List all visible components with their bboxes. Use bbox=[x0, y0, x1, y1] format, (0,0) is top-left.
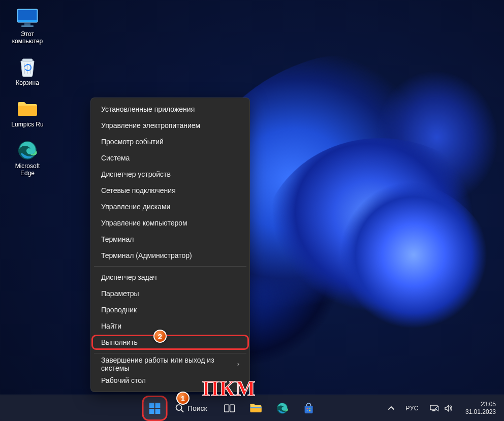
menu-item-label: Сетевые подключения bbox=[101, 186, 176, 195]
clock-date: 31.01.2023 bbox=[465, 408, 496, 416]
menu-item-label: Терминал bbox=[101, 235, 134, 243]
desktop-icon-label: Microsoft Edge bbox=[15, 163, 40, 177]
menu-item-file-explorer[interactable]: Проводник bbox=[91, 302, 249, 318]
annotation-badge-1: 1 bbox=[176, 392, 190, 405]
menu-item-label: Найти bbox=[101, 322, 121, 330]
menu-item-label: Проводник bbox=[101, 306, 137, 314]
language-indicator[interactable]: РУС bbox=[402, 403, 422, 414]
svg-rect-4 bbox=[22, 59, 33, 61]
menu-item-power-options[interactable]: Управление электропитанием bbox=[91, 117, 249, 134]
svg-rect-7 bbox=[155, 403, 161, 408]
menu-item-label: Управление компьютером bbox=[101, 219, 187, 227]
svg-rect-13 bbox=[230, 405, 235, 412]
svg-rect-15 bbox=[250, 407, 262, 408]
taskbar-microsoft-store[interactable] bbox=[298, 397, 320, 419]
svg-rect-2 bbox=[24, 23, 30, 25]
menu-item-device-manager[interactable]: Диспетчер устройств bbox=[91, 166, 249, 182]
svg-rect-22 bbox=[432, 410, 435, 411]
svg-rect-19 bbox=[307, 410, 308, 411]
store-icon bbox=[303, 402, 315, 414]
menu-item-system[interactable]: Система bbox=[91, 150, 249, 166]
menu-item-search[interactable]: Найти bbox=[91, 318, 249, 334]
svg-rect-6 bbox=[149, 403, 154, 408]
annotation-rmb-label: ПКМ bbox=[202, 376, 256, 401]
menu-item-label: Система bbox=[101, 154, 130, 162]
menu-item-label: Просмотр событий bbox=[101, 138, 164, 146]
monitor-icon bbox=[16, 8, 39, 28]
menu-item-installed-apps[interactable]: Установленные приложения bbox=[91, 101, 249, 117]
menu-item-label: Параметры bbox=[101, 289, 139, 298]
folder-icon bbox=[249, 403, 263, 414]
taskbar-edge[interactable] bbox=[271, 397, 294, 419]
svg-rect-9 bbox=[155, 409, 161, 414]
menu-item-label: Управление дисками bbox=[101, 203, 170, 211]
desktop-icon-label: Lumpics Ru bbox=[11, 121, 43, 128]
tray-network-volume[interactable] bbox=[425, 402, 458, 414]
svg-rect-1 bbox=[18, 10, 37, 20]
menu-separator bbox=[94, 266, 246, 267]
taskbar-search-label: Поиск bbox=[187, 404, 207, 412]
svg-rect-20 bbox=[309, 410, 310, 411]
svg-rect-3 bbox=[21, 25, 34, 27]
desktop-icons-area: Этот компьютер Корзина Lumpics Ru Micros… bbox=[7, 6, 48, 179]
desktop-icon-folder-lumpics[interactable]: Lumpics Ru bbox=[7, 96, 48, 130]
menu-item-label: Завершение работы или выход из системы bbox=[101, 356, 237, 372]
desktop-icon-edge[interactable]: Microsoft Edge bbox=[7, 138, 48, 179]
menu-item-label: Диспетчер задач bbox=[101, 273, 157, 281]
taskbar-system-tray: РУС 23:05 31.01.2023 bbox=[383, 395, 500, 422]
svg-rect-12 bbox=[225, 405, 229, 412]
svg-rect-8 bbox=[149, 409, 154, 414]
menu-item-label: Выполнить bbox=[101, 338, 138, 346]
menu-item-network-connections[interactable]: Сетевые подключения bbox=[91, 182, 249, 199]
menu-item-terminal[interactable]: Терминал bbox=[91, 231, 249, 247]
menu-item-task-manager[interactable]: Диспетчер задач bbox=[91, 269, 249, 285]
start-button[interactable] bbox=[144, 397, 166, 419]
desktop-icon-label: Корзина bbox=[16, 79, 39, 86]
svg-rect-17 bbox=[307, 408, 308, 409]
menu-item-label: Терминал (Администратор) bbox=[101, 251, 192, 260]
svg-rect-18 bbox=[309, 408, 310, 409]
desktop-wallpaper bbox=[0, 0, 504, 421]
menu-separator bbox=[94, 353, 246, 353]
menu-item-label: Диспетчер устройств bbox=[101, 170, 171, 178]
task-view-icon bbox=[224, 403, 235, 413]
menu-item-label: Управление электропитанием bbox=[101, 121, 200, 129]
tray-overflow-button[interactable] bbox=[383, 400, 399, 416]
svg-point-10 bbox=[176, 405, 182, 410]
start-context-menu: Установленные приложения Управление элек… bbox=[90, 98, 250, 392]
edge-icon bbox=[276, 402, 289, 414]
annotation-badge-2: 2 bbox=[153, 330, 167, 343]
chevron-up-icon bbox=[388, 405, 395, 412]
taskbar-clock[interactable]: 23:05 31.01.2023 bbox=[461, 400, 500, 417]
clock-time: 23:05 bbox=[481, 401, 496, 408]
windows-logo-icon bbox=[149, 403, 161, 414]
recycle-bin-icon bbox=[16, 57, 39, 77]
network-icon bbox=[430, 404, 439, 412]
volume-icon bbox=[444, 404, 453, 412]
search-icon bbox=[175, 404, 184, 413]
menu-item-computer-management[interactable]: Управление компьютером bbox=[91, 215, 249, 231]
menu-item-event-viewer[interactable]: Просмотр событий bbox=[91, 134, 249, 150]
folder-icon bbox=[16, 99, 39, 119]
chevron-right-icon: › bbox=[237, 361, 239, 368]
menu-item-run[interactable]: Выполнить bbox=[91, 334, 249, 350]
menu-item-label: Установленные приложения bbox=[101, 105, 195, 113]
edge-icon bbox=[16, 140, 39, 160]
menu-item-settings[interactable]: Параметры bbox=[91, 285, 249, 302]
menu-item-terminal-admin[interactable]: Терминал (Администратор) bbox=[91, 247, 249, 264]
menu-item-label: Рабочий стол bbox=[101, 376, 146, 384]
desktop-icon-label: Этот компьютер bbox=[12, 30, 43, 45]
desktop-icon-recycle-bin[interactable]: Корзина bbox=[7, 55, 48, 88]
svg-line-11 bbox=[181, 410, 183, 412]
desktop-icon-this-pc[interactable]: Этот компьютер bbox=[7, 6, 48, 47]
menu-item-disk-management[interactable]: Управление дисками bbox=[91, 199, 249, 215]
menu-item-shutdown-signout[interactable]: Завершение работы или выход из системы › bbox=[91, 356, 249, 372]
